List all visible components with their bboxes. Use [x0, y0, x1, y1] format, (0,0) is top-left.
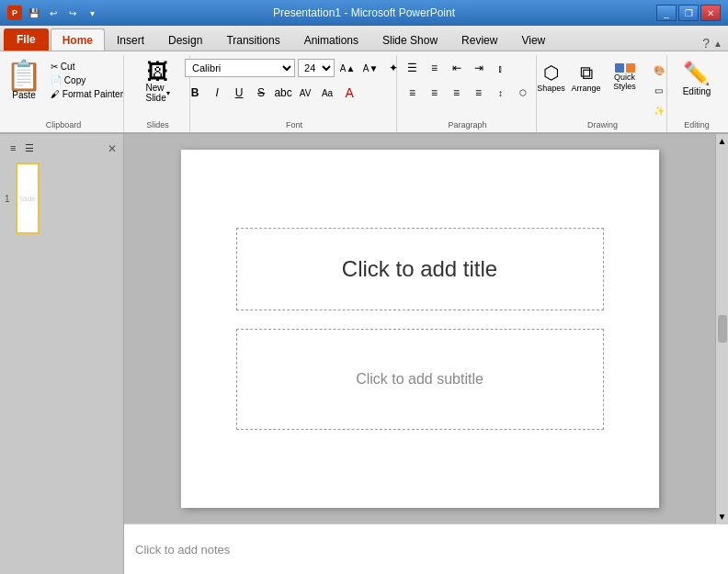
- tab-review[interactable]: Review: [449, 28, 509, 51]
- convert-smartart-button[interactable]: ⬡: [513, 84, 533, 102]
- bullets-button[interactable]: ☰: [403, 59, 423, 77]
- quick-styles-icon: [615, 63, 635, 73]
- increase-indent-button[interactable]: ⇥: [469, 59, 489, 77]
- char-spacing-button[interactable]: AV: [295, 84, 315, 102]
- font-name-select[interactable]: Calibri: [185, 59, 295, 77]
- tab-transitions[interactable]: Transitions: [214, 28, 291, 51]
- ribbon-group-drawing: ⬡ Shapes ⧉ Arrange QuickStyles 🎨 ▭ ✨ Dra…: [539, 55, 667, 132]
- arrange-label: Arrange: [571, 84, 600, 93]
- copy-button[interactable]: 📄 Copy: [49, 74, 125, 86]
- para-top-row: ☰ ≡ ⇤ ⇥ ⫿: [403, 59, 511, 77]
- font-color-button[interactable]: A: [339, 84, 359, 102]
- slide-thumb-inner: Slide: [19, 166, 36, 231]
- minimize-button[interactable]: _: [656, 5, 677, 21]
- justify-button[interactable]: ≡: [469, 84, 489, 102]
- shape-effects-button[interactable]: ✨: [649, 101, 669, 119]
- arrange-button[interactable]: ⧉ Arrange: [572, 59, 601, 96]
- editing-icon: ✏️: [683, 61, 711, 86]
- quick-styles-button[interactable]: QuickStyles: [607, 59, 643, 96]
- ribbon-minimize-icon[interactable]: ▲: [713, 39, 722, 49]
- undo-qa-button[interactable]: ↩: [45, 5, 62, 21]
- align-right-button[interactable]: ≡: [447, 84, 467, 102]
- scroll-thumb[interactable]: [718, 315, 727, 343]
- subtitle-placeholder[interactable]: Click to add subtitle: [236, 329, 604, 430]
- close-button[interactable]: ✕: [700, 5, 721, 21]
- scroll-up-button[interactable]: ▲: [718, 136, 727, 146]
- panel-close-button[interactable]: ✕: [108, 142, 117, 155]
- tab-insert[interactable]: Insert: [105, 28, 156, 51]
- shapes-label: Shapes: [537, 84, 565, 93]
- decrease-indent-button[interactable]: ⇤: [447, 59, 467, 77]
- underline-button[interactable]: U: [229, 84, 249, 102]
- cut-button[interactable]: ✂ Cut: [49, 61, 125, 73]
- slide-panel-header: ≡ ☰ ✕: [5, 139, 119, 158]
- para-bottom-row: ≡ ≡ ≡ ≡ ↕ ⬡: [403, 84, 533, 102]
- tab-animations[interactable]: Animations: [292, 28, 370, 51]
- tab-file[interactable]: File: [4, 28, 49, 51]
- redo-qa-button[interactable]: ↪: [64, 5, 81, 21]
- arrange-icon: ⧉: [580, 62, 593, 84]
- numbering-button[interactable]: ≡: [425, 59, 445, 77]
- title-placeholder[interactable]: Click to add title: [236, 228, 604, 310]
- align-left-button[interactable]: ≡: [403, 84, 423, 102]
- slide-thumbnail-container: 1 Slide: [5, 163, 119, 234]
- notes-placeholder-text: Click to add notes: [135, 543, 230, 557]
- help-icon[interactable]: ?: [702, 36, 710, 51]
- editing-button[interactable]: ✏️ Editing: [679, 59, 715, 98]
- right-panel: Click to add title Click to add subtitle…: [124, 134, 728, 574]
- notes-area[interactable]: Click to add notes: [124, 523, 728, 574]
- italic-button[interactable]: I: [207, 84, 227, 102]
- slide-number-label: 1: [5, 194, 12, 204]
- increase-font-button[interactable]: A▲: [337, 59, 358, 77]
- tab-view[interactable]: View: [509, 28, 557, 51]
- title-bar: P 💾 ↩ ↪ ▾ Presentation1 - Microsoft Powe…: [0, 0, 728, 26]
- ribbon-group-editing: ✏️ Editing Editing: [669, 55, 724, 132]
- new-slide-button[interactable]: 🖼 NewSlide ▾: [142, 59, 173, 105]
- thumb-placeholder: Slide: [19, 195, 36, 203]
- slide-canvas[interactable]: Click to add title Click to add subtitle: [181, 150, 659, 508]
- strikethrough-button[interactable]: S: [251, 84, 271, 102]
- outline-tab[interactable]: ☰: [21, 141, 38, 156]
- paste-label: Paste: [12, 90, 36, 100]
- ribbon-group-font: Calibri 24 A▲ A▼ ✦ B I U S abc AV Aa A F…: [192, 55, 397, 132]
- ribbon-tab-row: File Home Insert Design Transitions Anim…: [0, 26, 728, 51]
- line-spacing-button[interactable]: ↕: [491, 84, 511, 102]
- font-format-row: B I U S abc AV Aa A: [185, 84, 359, 102]
- editing-label: Editing: [684, 120, 710, 129]
- new-slide-label: NewSlide ▾: [145, 83, 169, 103]
- ribbon-group-clipboard: 📋 Paste ✂ Cut 📄 Copy 🖌 Format Painter Cl…: [4, 55, 124, 132]
- slide-thumbnail-1[interactable]: Slide: [16, 163, 40, 234]
- slides-label: Slides: [146, 120, 169, 129]
- shape-fill-button[interactable]: 🎨: [649, 61, 669, 79]
- tab-slideshow[interactable]: Slide Show: [370, 28, 449, 51]
- save-qa-button[interactable]: 💾: [26, 5, 42, 21]
- change-case-button[interactable]: Aa: [317, 84, 337, 102]
- slides-tab[interactable]: ≡: [6, 141, 19, 156]
- tab-design[interactable]: Design: [156, 28, 214, 51]
- restore-button[interactable]: ❐: [678, 5, 699, 21]
- ribbon-group-paragraph: ☰ ≡ ⇤ ⇥ ⫿ ≡ ≡ ≡ ≡ ↕ ⬡ Paragraph: [399, 55, 537, 132]
- window-title: Presentation1 - Microsoft PowerPoint: [273, 6, 455, 19]
- title-placeholder-text: Click to add title: [342, 256, 497, 282]
- columns-button[interactable]: ⫿: [491, 59, 511, 77]
- drawing-label: Drawing: [587, 120, 618, 129]
- decrease-font-button[interactable]: A▼: [360, 59, 381, 77]
- paste-button[interactable]: 📋 Paste: [2, 59, 46, 102]
- shape-outline-button[interactable]: ▭: [649, 81, 669, 99]
- scroll-down-button[interactable]: ▼: [718, 512, 727, 522]
- shapes-button[interactable]: ⬡ Shapes: [537, 59, 566, 96]
- customize-qa-button[interactable]: ▾: [84, 5, 100, 21]
- vertical-scrollbar[interactable]: ▲ ▼: [715, 134, 728, 523]
- tab-home[interactable]: Home: [51, 28, 105, 51]
- quick-access-toolbar: 💾 ↩ ↪ ▾: [26, 5, 100, 21]
- paste-icon: 📋: [6, 61, 42, 90]
- bold-button[interactable]: B: [185, 84, 205, 102]
- paragraph-label: Paragraph: [448, 120, 486, 129]
- font-top-row: Calibri 24 A▲ A▼ ✦: [185, 59, 404, 77]
- align-center-button[interactable]: ≡: [425, 84, 445, 102]
- font-label: Font: [286, 120, 302, 129]
- ribbon-group-slides: 🖼 NewSlide ▾ Slides: [126, 55, 190, 132]
- format-painter-button[interactable]: 🖌 Format Painter: [49, 88, 125, 100]
- font-size-select[interactable]: 24: [298, 59, 335, 77]
- shadow-button[interactable]: abc: [273, 84, 293, 102]
